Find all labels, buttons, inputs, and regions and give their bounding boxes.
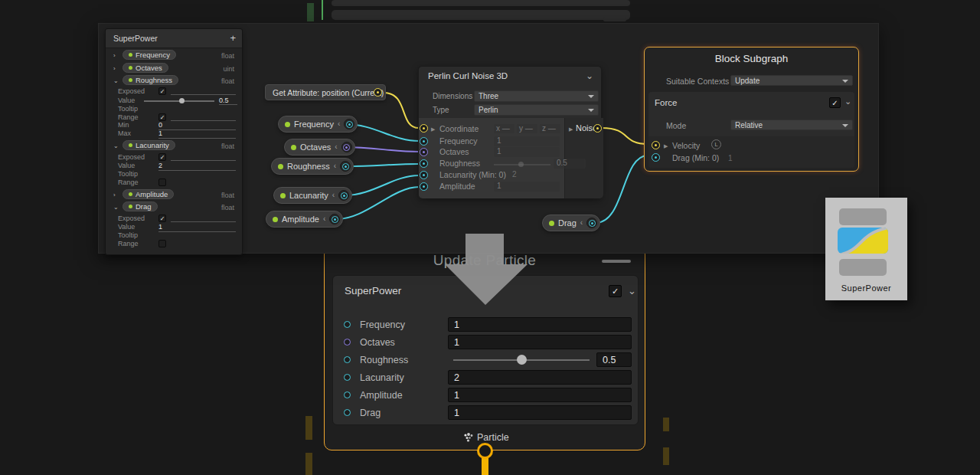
- mini-slider-handle[interactable]: [518, 162, 524, 167]
- mode-dropdown[interactable]: Relative: [730, 120, 853, 130]
- input-port-yellow-icon[interactable]: [420, 124, 428, 133]
- input-port-cyan-icon[interactable]: [344, 409, 351, 416]
- flow-anchor[interactable]: [477, 443, 493, 459]
- chevron-down-icon[interactable]: ⌄: [628, 285, 636, 296]
- suitable-contexts-dropdown[interactable]: Update: [730, 75, 853, 86]
- bb-property-lacunarity[interactable]: ⌄ Lacunarity float: [106, 140, 242, 151]
- port-wrap[interactable]: [344, 119, 354, 129]
- chevron-down-icon[interactable]: ⌄: [844, 97, 851, 106]
- output-port-cyan-icon[interactable]: [589, 220, 596, 227]
- octaves-field[interactable]: 1: [448, 335, 632, 349]
- local-space-badge[interactable]: L: [711, 139, 721, 149]
- drag-field[interactable]: 1: [448, 405, 632, 420]
- lacunarity-field[interactable]: 2: [448, 370, 632, 385]
- blackboard-panel[interactable]: SuperPower + › Frequency float › Octaves…: [105, 28, 243, 255]
- collapse-icon[interactable]: ‹: [335, 143, 337, 151]
- output-port-yellow-icon[interactable]: [593, 124, 602, 133]
- blackboard-header[interactable]: SuperPower +: [106, 29, 242, 48]
- collapse-icon[interactable]: ‹: [580, 219, 583, 227]
- get-attribute-node[interactable]: Get Attribute: position (Current): [265, 84, 386, 100]
- force-enabled-checkbox[interactable]: ✓: [829, 97, 841, 108]
- frequency-field[interactable]: 1: [448, 317, 632, 332]
- output-port-cyan-icon[interactable]: [342, 163, 349, 170]
- input-port-cyan-icon[interactable]: [420, 137, 428, 146]
- output-port-cyan-icon[interactable]: [332, 216, 338, 223]
- expand-arrow-icon[interactable]: ▶: [664, 143, 668, 149]
- drag-input-field[interactable]: 1: [728, 154, 733, 162]
- input-port-cyan-icon[interactable]: [344, 321, 351, 328]
- lacunarity-input-field[interactable]: 2: [512, 170, 517, 179]
- input-port-purple-icon[interactable]: [420, 148, 428, 156]
- range-checkbox[interactable]: ✓: [158, 113, 166, 121]
- bb-property-drag[interactable]: ⌄ Drag float: [106, 201, 242, 212]
- velocity-port-yellow-icon[interactable]: [652, 141, 660, 149]
- bb-property-octaves[interactable]: › Octaves uint: [106, 63, 242, 74]
- type-dropdown[interactable]: Perlin: [474, 104, 599, 116]
- amplitude-field[interactable]: 1: [448, 388, 632, 402]
- amplitude-input-field[interactable]: 1: [494, 182, 560, 192]
- param-node-octaves[interactable]: Octaves ‹: [284, 139, 355, 156]
- output-port-yellow-icon[interactable]: [374, 88, 382, 97]
- roughness-input-field[interactable]: 0.5: [554, 159, 586, 169]
- port-wrap[interactable]: [586, 218, 597, 228]
- force-block[interactable]: Force ✓ ⌄ Mode Relative ▶ Velocity L Dra…: [648, 92, 854, 168]
- collapse-icon[interactable]: ‹: [332, 192, 335, 199]
- coordinate-y-field[interactable]: y —: [517, 124, 537, 133]
- input-port-cyan-icon[interactable]: [420, 182, 428, 191]
- property-pill[interactable]: Drag: [122, 201, 158, 211]
- exposed-checkbox[interactable]: ✓: [158, 153, 166, 161]
- property-pill[interactable]: Amplitude: [122, 189, 174, 199]
- coordinate-x-field[interactable]: x —: [494, 124, 514, 133]
- property-pill[interactable]: Roughness: [122, 75, 178, 85]
- property-pill[interactable]: Octaves: [122, 63, 168, 73]
- subgraph-editor-canvas[interactable]: SuperPower + › Frequency float › Octaves…: [98, 23, 879, 254]
- param-node-amplitude[interactable]: Amplitude ‹: [266, 211, 343, 228]
- range-checkbox[interactable]: [158, 240, 166, 247]
- input-port-cyan-icon[interactable]: [344, 356, 351, 363]
- coordinate-z-field[interactable]: z —: [540, 124, 560, 133]
- mini-slider-handle[interactable]: [179, 98, 185, 103]
- bb-property-frequency[interactable]: › Frequency float: [106, 50, 242, 61]
- bb-property-roughness[interactable]: ⌄ Roughness float: [106, 75, 242, 86]
- dimensions-dropdown[interactable]: Three: [474, 90, 599, 102]
- max-field[interactable]: 1: [158, 129, 236, 139]
- param-node-lacunarity[interactable]: Lacunarity ‹: [273, 187, 352, 204]
- roughness-field[interactable]: 0.5: [596, 352, 632, 367]
- output-port-cyan-icon[interactable]: [341, 192, 348, 199]
- exposed-checkbox[interactable]: ✓: [158, 215, 166, 222]
- octaves-input-field[interactable]: 1: [494, 147, 560, 157]
- param-node-drag[interactable]: Drag ‹: [542, 215, 600, 231]
- port-wrap[interactable]: [329, 214, 340, 224]
- chevron-right-icon[interactable]: ›: [113, 52, 116, 59]
- block-subgraph-panel[interactable]: Block Subgraph Suitable Contexts Update …: [644, 47, 859, 172]
- collapse-icon[interactable]: ‹: [334, 162, 336, 170]
- range-checkbox[interactable]: [158, 179, 166, 186]
- value-field[interactable]: 0.5: [219, 97, 237, 105]
- drag-port-cyan-icon[interactable]: [652, 153, 660, 162]
- output-port-purple-icon[interactable]: [343, 144, 350, 151]
- property-pill[interactable]: Lacunarity: [122, 140, 175, 150]
- roughness-slider-handle[interactable]: [517, 355, 527, 365]
- bb-property-amplitude[interactable]: › Amplitude float: [106, 189, 242, 200]
- chevron-right-icon[interactable]: ›: [113, 192, 116, 198]
- input-port-cyan-icon[interactable]: [420, 159, 428, 168]
- input-port-cyan-icon[interactable]: [344, 391, 351, 398]
- chevron-down-icon[interactable]: ⌄: [586, 70, 593, 81]
- superpower-asset-card[interactable]: SuperPower: [825, 198, 907, 300]
- collapse-icon[interactable]: ‹: [323, 215, 325, 223]
- property-pill[interactable]: Frequency: [122, 50, 176, 60]
- frequency-input-field[interactable]: 1: [494, 136, 560, 146]
- exposed-checkbox[interactable]: ✓: [158, 87, 166, 95]
- chevron-down-icon[interactable]: ⌄: [113, 142, 119, 149]
- expand-arrow-icon[interactable]: ▶: [431, 126, 435, 133]
- param-node-roughness[interactable]: Roughness ‹: [271, 158, 354, 175]
- chevron-right-icon[interactable]: ›: [113, 65, 116, 72]
- block-enabled-checkbox[interactable]: ✓: [609, 285, 622, 297]
- output-port-cyan-icon[interactable]: [346, 121, 353, 128]
- port-wrap[interactable]: [340, 161, 351, 172]
- add-property-button[interactable]: +: [230, 32, 236, 44]
- chevron-down-icon[interactable]: ⌄: [113, 204, 119, 211]
- input-port-purple-icon[interactable]: [344, 339, 351, 346]
- input-port-cyan-icon[interactable]: [420, 171, 428, 179]
- port-wrap[interactable]: [341, 142, 352, 152]
